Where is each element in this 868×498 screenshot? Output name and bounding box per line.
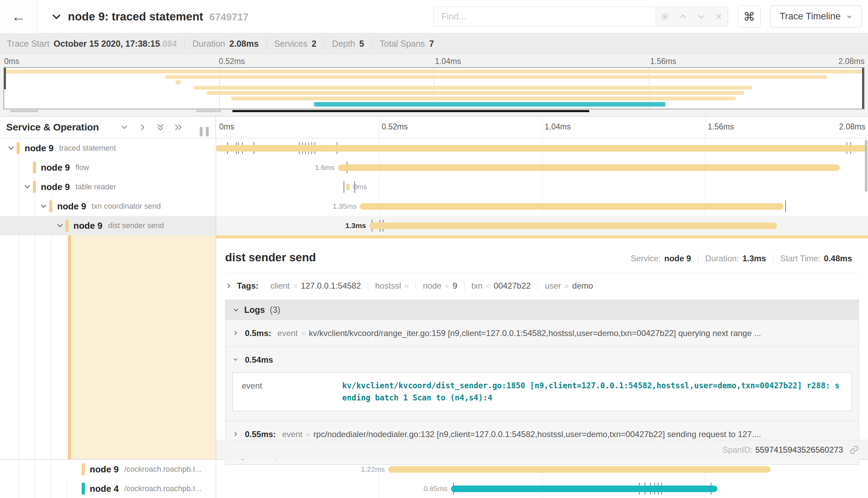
span-row[interactable]: node 9/cockroach.roachpb.I...1.22ms: [0, 460, 868, 479]
span-color-accent: [82, 463, 85, 475]
span-expander[interactable]: [23, 183, 33, 191]
span-row[interactable]: node 9txn coordinator send1.35ms: [0, 197, 868, 216]
span-operation-name: traced statement: [59, 144, 116, 153]
summary-item: Depth5: [324, 39, 372, 49]
command-icon: ⌘: [743, 10, 755, 24]
prev-match-icon[interactable]: [679, 12, 688, 21]
copy-link-icon[interactable]: [849, 445, 859, 455]
trace-view-selector[interactable]: Trace Timeline: [770, 6, 862, 28]
span-detail-color-strip: [216, 235, 868, 238]
trace-title-group: node 9: traced statement 6749717: [51, 10, 249, 23]
log-marker-tick: [785, 200, 786, 212]
next-match-icon[interactable]: [697, 12, 706, 21]
tag-item: txn=00427b22: [464, 281, 538, 291]
collapse-one-icon[interactable]: [120, 123, 129, 132]
span-detail-header: dist sender send Service:node 9Duration:…: [225, 244, 859, 273]
span-name-cell[interactable]: node 9traced statement: [0, 138, 216, 158]
span-timeline-cell[interactable]: 1.35ms: [216, 197, 868, 216]
log-entry-toggle[interactable]: 0.55ms: event = rpc/nodedialer/nodediale…: [232, 429, 852, 439]
span-row[interactable]: node 9table reader0ms: [0, 177, 868, 197]
span-duration-bar[interactable]: [338, 164, 840, 171]
span-expander[interactable]: [56, 221, 65, 230]
chevron-right-icon: [232, 330, 239, 336]
logs-header[interactable]: Logs (3): [225, 300, 859, 320]
top-bar-controls: ⌘ Trace Timeline: [433, 6, 862, 28]
span-color-accent: [65, 220, 69, 232]
span-duration-label: 1.22ms: [357, 465, 388, 473]
span-name-cell[interactable]: node 9/cockroach.roachpb.I...: [0, 460, 216, 479]
minimap-span-bar: [314, 102, 665, 107]
top-bar: ← node 9: traced statement 6749717 ⌘ Tra: [0, 0, 868, 33]
span-name-cell[interactable]: node 9flow: [0, 158, 216, 177]
minimap-drag-handle-left[interactable]: [4, 68, 6, 89]
vertical-scrollbar[interactable]: [865, 140, 867, 192]
span-timeline-cell[interactable]: 0.85ms: [216, 479, 868, 498]
span-color-accent: [49, 200, 52, 212]
minimap-viewport[interactable]: [3, 67, 865, 109]
span-duration-bar[interactable]: [360, 203, 783, 210]
span-duration-bar[interactable]: [388, 466, 771, 473]
span-timeline-cell[interactable]: 1.6ms: [216, 158, 868, 177]
span-duration-bar[interactable]: [451, 486, 717, 492]
minimap-span-bar: [4, 70, 864, 73]
tag-item: user=demo: [538, 281, 600, 291]
log-event-table: event kv/kvclient/kvcoord/dist_sender.go…: [232, 372, 852, 411]
find-buttons: [655, 7, 728, 26]
span-duration-bar[interactable]: [346, 184, 350, 190]
span-row[interactable]: node 9flow1.6ms: [0, 158, 868, 177]
span-service-name: node 4: [90, 483, 119, 494]
span-color-accent: [82, 483, 85, 495]
find-input[interactable]: [434, 7, 655, 26]
span-rows-area: node 9traced statementnode 9flow1.6msnod…: [0, 138, 868, 498]
span-expander[interactable]: [7, 144, 17, 152]
span-duration-bar[interactable]: [216, 145, 868, 152]
keyboard-shortcuts-button[interactable]: ⌘: [738, 6, 761, 28]
span-duration-label: 0.85ms: [420, 485, 451, 493]
detail-meta-item: Duration:1.3ms: [698, 254, 773, 263]
minimap-span-bar: [231, 97, 736, 100]
log-entry: 0.5ms: event = kv/kvclient/kvcoord/range…: [225, 320, 859, 346]
span-detail-row: dist sender send Service:node 9Duration:…: [0, 235, 868, 460]
span-name-cell[interactable]: node 9dist sender send: [0, 216, 216, 235]
span-timeline-cell[interactable]: [216, 138, 868, 158]
span-row[interactable]: node 9dist sender send1.3ms: [0, 216, 868, 235]
expand-one-icon[interactable]: [138, 123, 147, 132]
span-row[interactable]: node 4/cockroach.roachpb.I...0.85ms: [0, 479, 868, 498]
log-entry-toggle[interactable]: 0.54ms: [232, 355, 852, 365]
tick-label: 1.56ms: [650, 57, 676, 66]
span-expander[interactable]: [39, 202, 49, 210]
span-row[interactable]: node 9traced statement: [0, 138, 868, 158]
span-name-cell[interactable]: node 4/cockroach.roachpb.I...: [0, 479, 216, 498]
span-detail-gutter: [68, 235, 216, 459]
log-entry-toggle[interactable]: 0.5ms: event = kv/kvclient/kvcoord/range…: [232, 328, 852, 338]
collapse-all-icon[interactable]: [156, 123, 165, 132]
minimap-span-bar: [176, 80, 180, 84]
minimap-scroll-thumb[interactable]: [232, 110, 589, 112]
minimap-drag-handle-right[interactable]: [862, 68, 864, 109]
clear-find-icon[interactable]: [715, 12, 723, 21]
tag-item: hostssl=: [368, 281, 416, 291]
span-service-name: node 9: [41, 162, 70, 173]
page-title: node 9: traced statement: [68, 10, 203, 23]
span-operation-name: /cockroach.roachpb.I...: [124, 484, 202, 493]
span-timeline-cell[interactable]: 1.3ms: [216, 216, 868, 235]
panel-divider[interactable]: [216, 138, 216, 498]
span-name-cell[interactable]: node 9txn coordinator send: [0, 197, 216, 216]
chevron-down-icon: [39, 202, 48, 210]
column-resize-grip[interactable]: ▌▌: [200, 127, 212, 136]
span-operation-name: txn coordinator send: [92, 202, 161, 211]
tick-label: 1.04ms: [435, 57, 461, 66]
span-duration-label: 1.3ms: [342, 221, 370, 230]
span-timeline-cell[interactable]: 0ms: [216, 177, 868, 197]
span-duration-bar[interactable]: [370, 223, 777, 229]
detail-meta-item: Service:node 9: [624, 254, 698, 263]
tags-row[interactable]: Tags: client=127.0.0.1:54582hostssl=node…: [225, 273, 859, 298]
expand-all-icon[interactable]: [174, 123, 183, 132]
back-button[interactable]: ←: [0, 0, 37, 33]
span-timeline-cell[interactable]: 1.22ms: [216, 460, 868, 479]
span-id-row: SpanID: 5597415943526560273: [216, 440, 868, 459]
collapse-trace-chevron-icon[interactable]: [51, 11, 62, 22]
span-service-name: node 9: [90, 464, 119, 475]
focus-match-icon[interactable]: [661, 12, 670, 21]
span-name-cell[interactable]: node 9table reader: [0, 177, 216, 197]
